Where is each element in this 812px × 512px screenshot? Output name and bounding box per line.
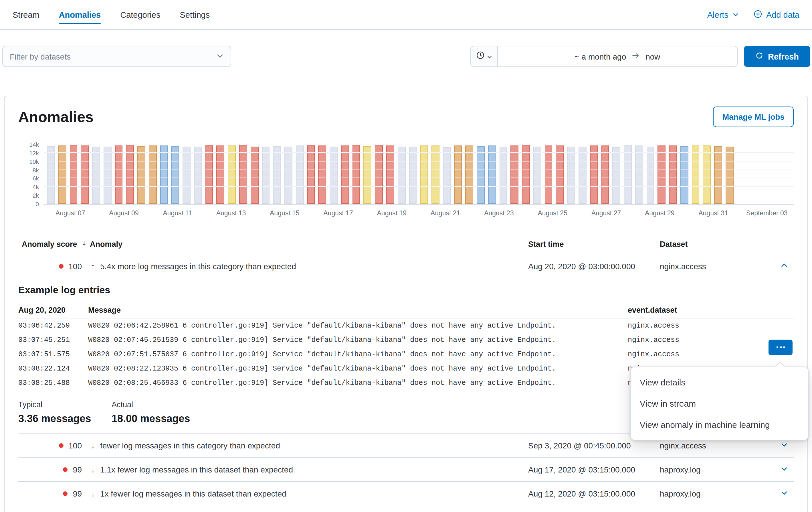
refresh-icon	[755, 52, 763, 61]
chart-x-tick-label: August 27	[579, 205, 633, 220]
start-time: Aug 17, 2020 @ 03:15:00.000	[521, 465, 653, 474]
sort-down-icon[interactable]	[81, 240, 88, 248]
anomaly-score: 99	[73, 465, 82, 474]
start-time: Sep 3, 2020 @ 00:45:00.000	[521, 441, 653, 450]
chart-bar	[443, 147, 451, 204]
anomaly-score: 100	[68, 441, 82, 450]
chart-bar	[613, 147, 620, 204]
chart-y-tick-label: 8k	[33, 166, 39, 173]
refresh-label: Refresh	[768, 52, 799, 61]
anomaly-text: 1.1x fewer log messages in this dataset …	[100, 465, 293, 474]
boxes-horizontal-icon	[776, 347, 778, 348]
quick-select-button[interactable]	[471, 46, 498, 66]
log-entry-row[interactable]: 03:06:42.259 W0820 02:06:42.258961 6 con…	[18, 318, 794, 333]
column-header-anomaly-score[interactable]: Anomaly score	[22, 240, 77, 248]
severity-dot	[59, 264, 63, 268]
chart-x-tick-label: August 09	[97, 205, 150, 220]
chart-plot-area	[44, 144, 794, 205]
chart-gridline	[44, 161, 794, 161]
dataset-name: nginx.access	[653, 262, 774, 271]
chart-x-tick-label: August 17	[311, 205, 365, 220]
typical-label: Typical	[18, 400, 112, 409]
clock-icon	[476, 51, 485, 62]
add-data-label: Add data	[766, 10, 800, 19]
tab-settings[interactable]: Settings	[180, 0, 210, 29]
log-dataset: nginx.access	[628, 322, 794, 330]
chevron-up-icon	[780, 262, 788, 271]
chart-x-tick-label: August 23	[472, 205, 526, 220]
anomaly-table-row[interactable]: 100 ↑ 5.4x more log messages in this cat…	[18, 254, 794, 278]
anomaly-text: fewer log messages in this category than…	[100, 441, 280, 450]
log-time: 03:08:22.124	[18, 365, 88, 373]
chevron-down-icon	[780, 441, 788, 450]
chart-x-tick-label: August 13	[204, 205, 258, 220]
popover-item-view-in-stream[interactable]: View in stream	[631, 393, 808, 414]
chart-x-tick-label: August 07	[44, 205, 97, 220]
chevron-down-icon	[216, 52, 224, 61]
chart-x-tick-label: August 11	[151, 205, 204, 220]
chevron-down-icon	[780, 465, 788, 474]
chart-x-axis: August 07August 09August 11August 13Augu…	[44, 205, 794, 220]
arrow-right-icon	[632, 52, 640, 61]
expanded-row-details: Example log entries Aug 20, 2020 Message…	[18, 285, 794, 433]
chart-y-tick-label: 14k	[29, 141, 39, 148]
log-entry-actions-button[interactable]	[768, 340, 792, 355]
dataset-name: nginx.access	[653, 441, 774, 450]
alerts-label: Alerts	[707, 10, 728, 19]
date-picker-group: ~ a month ago now Refresh	[470, 46, 810, 67]
chart-gridline	[44, 152, 794, 153]
anomaly-text: 5.4x more log messages in this category …	[100, 262, 296, 271]
anomaly-table-row[interactable]: 99 ↓ 1x fewer log messages in this datas…	[18, 481, 794, 505]
chart-y-axis: 02k4k6k8k10k12k14k	[18, 144, 44, 204]
chevron-down-icon	[732, 10, 739, 19]
severity-dot	[59, 443, 63, 448]
chart-x-tick-label: August 25	[526, 205, 579, 220]
dataset-name: haproxy.log	[653, 465, 774, 474]
log-time: 03:07:51.575	[18, 350, 88, 358]
popover-item-view-details[interactable]: View details	[631, 372, 808, 393]
add-data-button[interactable]: Add data	[754, 9, 800, 20]
expand-row-button[interactable]	[774, 465, 794, 474]
chart-x-tick-label: September 03	[740, 205, 794, 220]
arrow-down-icon: ↓	[91, 465, 95, 474]
date-range-end[interactable]: now	[645, 52, 660, 61]
actions-popover: View detailsView in streamView anomaly i…	[630, 367, 809, 440]
refresh-button[interactable]: Refresh	[744, 46, 810, 67]
tab-categories[interactable]: Categories	[120, 0, 160, 29]
chart-gridline	[44, 144, 794, 144]
date-range-start[interactable]: ~ a month ago	[575, 52, 626, 61]
anomaly-score: 99	[73, 489, 82, 498]
dataset-filter-combobox[interactable]: Filter by datasets	[2, 46, 231, 67]
chart-x-tick-label: August 29	[633, 205, 687, 220]
anomaly-table-row[interactable]: 99 ↓ 1.1x fewer log messages in this dat…	[18, 457, 794, 481]
nav-actions: Alerts Add data	[707, 9, 800, 20]
log-entry-row[interactable]: 03:07:51.575 W0820 02:07:51.575037 6 con…	[18, 347, 794, 361]
chart-x-tick-label: August 19	[365, 205, 418, 220]
chart-y-tick-label: 0	[35, 200, 39, 207]
start-time: Aug 12, 2020 @ 03:15:00.000	[521, 489, 653, 498]
date-range-field[interactable]: ~ a month ago now	[498, 46, 737, 66]
popover-item-view-anomaly-in-machine-learning[interactable]: View anomaly in machine learning	[631, 414, 808, 435]
table-header-row: Anomaly score Anomaly Start time Dataset	[18, 234, 794, 254]
chart-gridline	[44, 186, 794, 187]
anomalies-table: Anomaly score Anomaly Start time Dataset…	[18, 234, 794, 505]
chart-gridline	[44, 178, 794, 179]
manage-ml-jobs-button[interactable]: Manage ML jobs	[713, 107, 794, 127]
expand-row-button[interactable]	[774, 489, 794, 498]
log-entry-row[interactable]: 03:07:45.251 W0820 02:07:45.251539 6 con…	[18, 333, 794, 347]
anomalies-histogram: 02k4k6k8k10k12k14k August 07August 09Aug…	[18, 144, 794, 220]
column-header-anomaly[interactable]: Anomaly	[90, 240, 521, 248]
column-header-dataset[interactable]: Dataset	[653, 240, 774, 248]
tab-anomalies[interactable]: Anomalies	[59, 0, 101, 29]
tab-stream[interactable]: Stream	[12, 0, 39, 29]
expand-row-button[interactable]	[774, 441, 794, 450]
arrow-down-icon: ↓	[91, 489, 95, 498]
chart-y-tick-label: 12k	[29, 150, 39, 156]
column-header-start-time[interactable]: Start time	[521, 240, 653, 248]
alerts-menu-button[interactable]: Alerts	[707, 10, 739, 19]
chart-gridline	[44, 169, 794, 170]
logs-anomalies-page: Stream Anomalies Categories Settings Ale…	[0, 0, 812, 512]
collapse-row-button[interactable]	[774, 262, 794, 271]
log-time: 03:07:45.251	[18, 336, 88, 344]
top-navigation: Stream Anomalies Categories Settings Ale…	[0, 0, 812, 30]
